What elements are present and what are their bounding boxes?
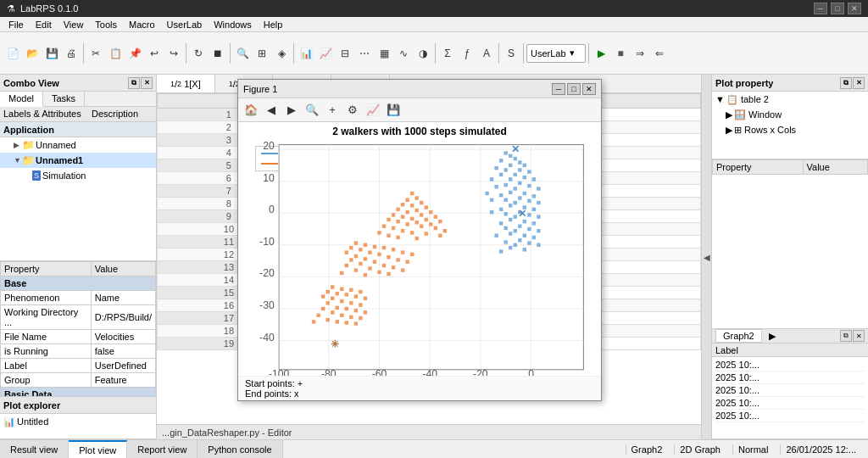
fig-fwd-btn[interactable]: ▶ (282, 101, 301, 120)
prop-group-val: Feature (91, 373, 155, 388)
tb-table[interactable]: ⊟ (336, 44, 354, 63)
graph2-close-btn[interactable]: ✕ (853, 330, 865, 342)
close-btn[interactable]: ✕ (848, 3, 861, 14)
expand-table2[interactable]: ▼ (715, 94, 725, 104)
tb-text[interactable]: A (477, 44, 496, 63)
tb-cut[interactable]: ✂ (86, 44, 105, 63)
fig-content: 2 walkers with 1000 steps simulated Walk… (238, 122, 601, 376)
val-col-header: Value (91, 262, 155, 276)
fig-close[interactable]: ✕ (582, 83, 596, 95)
tb-import[interactable]: ⇐ (650, 44, 669, 63)
tab-python-console[interactable]: Python console (198, 440, 282, 458)
tb-stop[interactable]: ⏹ (209, 44, 227, 63)
tab-1x[interactable]: 1/2 1[X] (157, 75, 215, 92)
svg-rect-91 (499, 249, 503, 253)
svg-rect-128 (396, 236, 399, 239)
tb-copy[interactable]: 📋 (106, 44, 125, 63)
tab-model[interactable]: Model (0, 92, 43, 107)
expand-rowscols[interactable]: ▶ (726, 125, 732, 136)
tb-print[interactable]: 🖨 (62, 44, 81, 63)
tb-stop2[interactable]: ■ (611, 44, 630, 63)
tb-chart2[interactable]: 📈 (316, 44, 335, 63)
tb-save[interactable]: 💾 (42, 44, 61, 63)
log-area: 2025 10:... 2025 10:... 2025 10:... 2025… (712, 357, 868, 438)
title-bar-controls[interactable]: ─ □ ✕ (814, 3, 861, 14)
combo-float-btn[interactable]: ⧉ (128, 77, 140, 89)
fig-save-btn[interactable]: 💾 (384, 101, 403, 120)
fig-minimize[interactable]: ─ (552, 83, 565, 95)
tab-report-view[interactable]: Report view (127, 440, 198, 458)
tb-zoomfit[interactable]: ⊞ (253, 44, 271, 63)
tb-undo[interactable]: ↩ (145, 44, 164, 63)
menu-view[interactable]: View (58, 19, 89, 31)
menu-file[interactable]: File (3, 19, 29, 31)
menu-windows[interactable]: Windows (209, 19, 257, 31)
tab-result-view[interactable]: Result view (0, 440, 69, 458)
fig-controls[interactable]: ─ □ ✕ (552, 83, 596, 95)
sep2 (186, 43, 186, 64)
menu-tools[interactable]: Tools (90, 19, 122, 31)
fig-config-btn[interactable]: ⚙ (343, 101, 362, 120)
tb-userlab-dropdown[interactable]: UserLab ▾ (526, 44, 586, 63)
svg-rect-131 (364, 243, 367, 247)
tab-next[interactable]: ▶ (765, 330, 779, 343)
tree-unnamed[interactable]: ▶ 📁 Unnamed (0, 137, 156, 153)
svg-rect-137 (401, 250, 404, 254)
tb-run[interactable]: ▶ (592, 44, 610, 63)
tree-table2[interactable]: ▼ 📋 table 2 (712, 92, 868, 107)
tb-paste[interactable]: 📌 (125, 44, 144, 63)
fig-home-btn[interactable]: 🏠 (242, 101, 260, 120)
tb-bar[interactable]: ▦ (375, 44, 393, 63)
combo-view-controls[interactable]: ⧉ ✕ (128, 77, 153, 89)
maximize-btn[interactable]: □ (831, 3, 844, 14)
tab-plot-view[interactable]: Plot view (69, 440, 127, 458)
expand-unnamed[interactable]: ▶ (14, 141, 22, 149)
tb-script[interactable]: S (502, 44, 520, 63)
menu-macro[interactable]: Macro (124, 19, 160, 31)
expand-unnamed1[interactable]: ▼ (14, 156, 22, 165)
tree-untitled[interactable]: 📊 Untitled (0, 414, 156, 429)
tb-view3d[interactable]: ◈ (272, 44, 291, 63)
tb-scatter[interactable]: ⋯ (355, 44, 374, 63)
tb-zoom[interactable]: 🔍 (233, 44, 252, 63)
plot-prop-float-btn[interactable]: ⧉ (840, 77, 852, 89)
tree-simulation[interactable]: S Simulation (0, 168, 156, 183)
side-collapse-btn[interactable]: ◀ (701, 75, 711, 439)
fig-back-btn[interactable]: ◀ (262, 101, 281, 120)
tab-graph2[interactable]: Graph2 (715, 329, 762, 343)
fig-zoom-btn[interactable]: 🔍 (303, 101, 321, 120)
tb-new[interactable]: 📄 (3, 44, 22, 63)
tree-window[interactable]: ▶ 🪟 Window (712, 107, 868, 122)
graph2-float-btn[interactable]: ⧉ (840, 330, 852, 342)
graph2-controls[interactable]: ⧉ ✕ (840, 330, 865, 342)
tb-fx[interactable]: ƒ (458, 44, 476, 63)
svg-rect-37 (527, 170, 531, 173)
plot-property-controls[interactable]: ⧉ ✕ (840, 77, 865, 89)
menu-userlab[interactable]: UserLab (162, 19, 208, 31)
tab-tasks[interactable]: Tasks (43, 92, 85, 106)
tb-chart[interactable]: 📊 (297, 44, 315, 63)
menu-edit[interactable]: Edit (31, 19, 57, 31)
fig-pan-btn[interactable]: + (323, 101, 342, 120)
tb-sum[interactable]: Σ (438, 44, 457, 63)
tree-rowscols[interactable]: ▶ ⊞ Rows x Cols (712, 122, 868, 137)
tb-refresh[interactable]: ↻ (189, 44, 208, 63)
plot-property-header: Plot property ⧉ ✕ (712, 75, 868, 92)
tb-line[interactable]: ∿ (394, 44, 413, 63)
fig-maximize[interactable]: □ (567, 83, 581, 95)
plot-prop-close-btn[interactable]: ✕ (853, 77, 865, 89)
svg-rect-42 (532, 177, 536, 181)
tb-redo[interactable]: ↪ (164, 44, 183, 63)
right-prop-table: Property Value (712, 159, 868, 175)
prop-row-phenomenon: Phenomenon Name (1, 291, 156, 305)
svg-rect-51 (523, 192, 526, 195)
combo-close-btn[interactable]: ✕ (141, 77, 153, 89)
expand-window[interactable]: ▶ (726, 109, 732, 120)
fig-plot-btn[interactable]: 📈 (364, 101, 382, 120)
menu-help[interactable]: Help (259, 19, 288, 31)
minimize-btn[interactable]: ─ (814, 3, 827, 14)
tree-unnamed1[interactable]: ▼ 📁 Unnamed1 (0, 153, 156, 168)
tb-pie[interactable]: ◑ (414, 44, 432, 63)
tb-export[interactable]: ⇒ (631, 44, 649, 63)
tb-open[interactable]: 📂 (23, 44, 42, 63)
